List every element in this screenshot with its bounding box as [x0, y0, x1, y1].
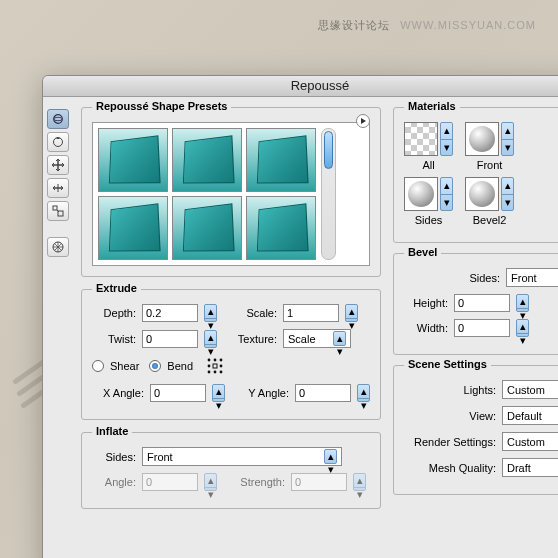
inflate-legend: Inflate [92, 425, 132, 437]
bevel-width-label: Width: [404, 322, 448, 334]
material-all-picker[interactable]: ▴▾ [440, 122, 453, 156]
material-sides-swatch[interactable] [404, 177, 438, 211]
constraint-grid-icon[interactable] [203, 355, 227, 377]
render-select[interactable]: Custom [502, 432, 558, 451]
tool-mesh[interactable] [47, 237, 69, 257]
material-sides-picker[interactable]: ▴▾ [440, 177, 453, 211]
twist-stepper[interactable]: ▴▾ [204, 330, 217, 348]
svg-point-6 [208, 359, 211, 362]
shear-radio[interactable]: Shear [92, 360, 139, 372]
bevel-width-stepper[interactable]: ▴▾ [516, 319, 529, 337]
svg-point-7 [214, 359, 217, 362]
watermark: 思缘设计论坛 WWW.MISSYUAN.COM [318, 18, 536, 33]
tool-slide[interactable] [47, 178, 69, 198]
bevel-sides-select[interactable]: Front [506, 268, 558, 287]
preset-item[interactable] [172, 196, 242, 260]
watermark-cn: 思缘设计论坛 [318, 19, 390, 31]
scale-stepper[interactable]: ▴▾ [345, 304, 358, 322]
window-titlebar[interactable]: Repoussé [43, 76, 558, 97]
extrude-group: Extrude Depth: ▴▾ Scale: ▴▾ Twist: ▴▾ Te… [81, 289, 381, 420]
materials-legend: Materials [404, 100, 460, 112]
material-bevel2-label: Bevel2 [473, 214, 507, 226]
bevel-height-input[interactable] [454, 294, 510, 312]
inflate-angle-label: Angle: [92, 476, 136, 488]
svg-point-1 [54, 117, 63, 120]
material-bevel2-picker[interactable]: ▴▾ [501, 177, 514, 211]
svg-rect-3 [53, 206, 57, 210]
yangle-label: Y Angle: [237, 387, 289, 399]
chevron-down-icon: ▴▾ [333, 331, 346, 346]
depth-stepper[interactable]: ▴▾ [204, 304, 217, 322]
bevel-height-label: Height: [404, 297, 448, 309]
svg-point-13 [214, 371, 217, 374]
svg-point-8 [220, 359, 223, 362]
material-all-label: All [422, 159, 434, 171]
mesh-select[interactable]: Draft [502, 458, 558, 477]
svg-point-0 [54, 115, 63, 124]
scrollbar-thumb[interactable] [324, 131, 333, 169]
svg-rect-10 [213, 364, 217, 368]
lights-select[interactable]: Custom [502, 380, 558, 399]
depth-label: Depth: [92, 307, 136, 319]
presets-flyout-icon[interactable] [356, 114, 370, 128]
inflate-sides-select[interactable]: Front▴▾ [142, 447, 342, 466]
extrude-legend: Extrude [92, 282, 141, 294]
view-select[interactable]: Default [502, 406, 558, 425]
xangle-stepper[interactable]: ▴▾ [212, 384, 225, 402]
svg-point-9 [208, 365, 211, 368]
yangle-stepper[interactable]: ▴▾ [357, 384, 370, 402]
preset-item[interactable] [98, 196, 168, 260]
bend-radio[interactable]: Bend [149, 360, 193, 372]
preset-item[interactable] [98, 128, 168, 192]
twist-input[interactable] [142, 330, 198, 348]
presets-box [92, 122, 370, 266]
material-front-picker[interactable]: ▴▾ [501, 122, 514, 156]
material-all-swatch[interactable] [404, 122, 438, 156]
preset-item[interactable] [172, 128, 242, 192]
inflate-sides-label: Sides: [92, 451, 136, 463]
xangle-input[interactable] [150, 384, 206, 402]
scene-legend: Scene Settings [404, 358, 491, 370]
inflate-angle-input [142, 473, 198, 491]
material-bevel2-swatch[interactable] [465, 177, 499, 211]
depth-input[interactable] [142, 304, 198, 322]
tool-pan[interactable] [47, 155, 69, 175]
presets-group: Repoussé Shape Presets [81, 107, 381, 277]
watermark-en: WWW.MISSYUAN.COM [400, 19, 536, 31]
scene-group: Scene Settings Lights:Custom View:Defaul… [393, 365, 558, 495]
bevel-group: Bevel Sides: Front Height: ▴▾ Width: ▴▾ [393, 253, 558, 355]
presets-scrollbar[interactable] [321, 128, 336, 260]
preset-item[interactable] [246, 128, 316, 192]
yangle-input[interactable] [295, 384, 351, 402]
materials-group: Materials ▴▾All ▴▾Front ▴▾Sides ▴▾Bevel2 [393, 107, 558, 243]
bevel-height-stepper[interactable]: ▴▾ [516, 294, 529, 312]
preset-item[interactable] [246, 196, 316, 260]
inflate-angle-stepper: ▴▾ [204, 473, 217, 491]
inflate-strength-stepper: ▴▾ [353, 473, 366, 491]
svg-point-14 [220, 371, 223, 374]
bevel-sides-label: Sides: [456, 272, 500, 284]
render-label: Render Settings: [404, 436, 496, 448]
tool-orbit[interactable] [47, 109, 69, 129]
inflate-strength-input [291, 473, 347, 491]
bevel-width-input[interactable] [454, 319, 510, 337]
material-sides-label: Sides [415, 214, 443, 226]
svg-point-11 [220, 365, 223, 368]
inflate-group: Inflate Sides: Front▴▾ Angle: ▴▾ Strengt… [81, 432, 381, 509]
chevron-down-icon: ▴▾ [324, 449, 337, 464]
mesh-label: Mesh Quality: [404, 462, 496, 474]
view-label: View: [404, 410, 496, 422]
inflate-strength-label: Strength: [229, 476, 285, 488]
scale-input[interactable] [283, 304, 339, 322]
material-front-swatch[interactable] [465, 122, 499, 156]
texture-label: Texture: [233, 333, 277, 345]
bevel-legend: Bevel [404, 246, 441, 258]
material-front-label: Front [477, 159, 503, 171]
tool-scale[interactable] [47, 201, 69, 221]
tool-roll[interactable] [47, 132, 69, 152]
xangle-label: X Angle: [92, 387, 144, 399]
vertical-toolbar [47, 107, 71, 509]
presets-legend: Repoussé Shape Presets [92, 100, 231, 112]
texture-select[interactable]: Scale▴▾ [283, 329, 351, 348]
twist-label: Twist: [92, 333, 136, 345]
